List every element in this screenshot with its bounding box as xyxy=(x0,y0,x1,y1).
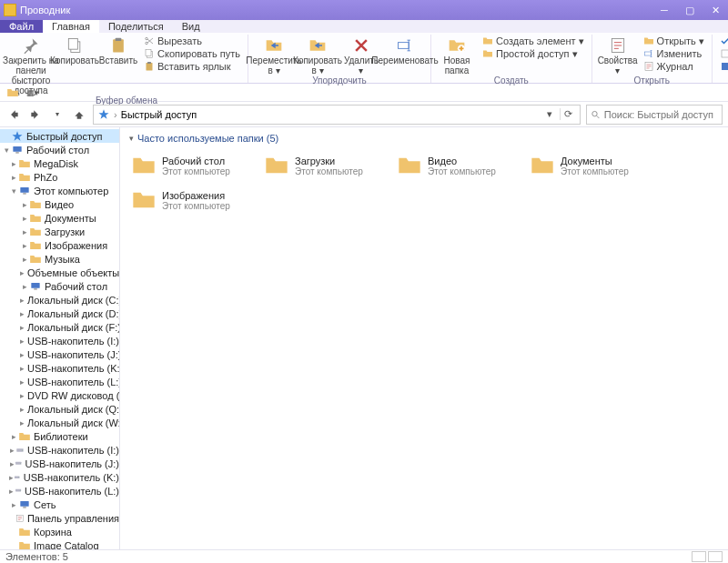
tree-item[interactable]: Панель управления xyxy=(0,511,119,525)
new-folder-button[interactable]: Новая папка xyxy=(437,35,477,75)
recent-dropdown[interactable]: ▾ xyxy=(49,106,66,123)
new-item-button[interactable]: Создать элемент ▾ xyxy=(480,35,586,47)
expander-icon[interactable]: ▸ xyxy=(9,159,18,168)
search-input[interactable] xyxy=(604,109,718,120)
expander-icon[interactable]: ▸ xyxy=(20,364,25,373)
folder-tile[interactable]: ИзображенияЭтот компьютер xyxy=(129,184,255,216)
folder-tile[interactable]: ДокументыЭтот компьютер xyxy=(528,149,653,182)
tree-item[interactable]: ▸USB-накопитель (J:) xyxy=(0,457,119,470)
qat-view-dropdown[interactable]: ▦▾ xyxy=(25,85,40,100)
tree-item[interactable]: ▸Видео xyxy=(0,197,119,211)
select-all-button[interactable]: Выделить все xyxy=(718,35,728,47)
tree-item[interactable]: ▸USB-накопитель (J:) xyxy=(0,347,119,361)
expander-icon[interactable]: ▸ xyxy=(20,405,25,414)
folder-tile[interactable]: ВидеоЭтот компьютер xyxy=(395,149,521,182)
invert-selection-button[interactable]: Обратить выделение xyxy=(718,60,728,73)
breadcrumb[interactable]: Быстрый доступ xyxy=(121,109,197,120)
tree-item[interactable]: ▸USB-накопитель (I:) xyxy=(0,334,119,347)
tree-item[interactable]: ▸Изображения xyxy=(0,238,119,252)
tree-item[interactable]: ▸USB-накопитель (I:) xyxy=(0,443,119,457)
tree-item[interactable]: ▸MegaDisk xyxy=(0,156,119,170)
expander-icon[interactable]: ▸ xyxy=(20,241,29,250)
expander-icon[interactable]: ▸ xyxy=(20,214,29,223)
maximize-button[interactable]: ▢ xyxy=(677,0,703,20)
close-button[interactable]: ✕ xyxy=(703,0,728,20)
paste-button[interactable]: Вставить xyxy=(98,35,138,65)
tree-item[interactable]: ▸Загрузки xyxy=(0,225,119,238)
refresh-button[interactable]: ⟳ xyxy=(560,108,576,120)
address-dropdown[interactable]: ▾ xyxy=(543,108,556,120)
properties-button[interactable]: Свойства ▾ xyxy=(598,35,638,75)
tree-item[interactable]: Быстрый доступ xyxy=(0,129,119,143)
copy-path-button[interactable]: Скопировать путь xyxy=(142,47,242,60)
folder-tile[interactable]: ЗагрузкиЭтот компьютер xyxy=(262,149,388,182)
tree-item[interactable]: ▸Локальный диск (W:) xyxy=(0,416,119,429)
expander-icon[interactable]: ▸ xyxy=(20,282,29,291)
rename-button[interactable]: Переименовать xyxy=(385,35,425,65)
search-box[interactable] xyxy=(586,105,723,125)
select-none-button[interactable]: Снять выделение xyxy=(718,47,728,60)
tree-item[interactable]: Корзина xyxy=(0,525,119,538)
expander-icon[interactable]: ▾ xyxy=(9,186,18,196)
tree-item[interactable]: ▸Библиотеки xyxy=(0,429,119,443)
expander-icon[interactable]: ▸ xyxy=(20,418,25,427)
easy-access-button[interactable]: Простой доступ ▾ xyxy=(480,47,586,60)
expander-icon[interactable]: ▸ xyxy=(20,255,29,264)
minimize-button[interactable]: ─ xyxy=(652,0,677,20)
nav-tree[interactable]: Быстрый доступ▾Рабочий стол▸MegaDisk▸PhZ… xyxy=(0,127,120,549)
tree-item[interactable]: ▾Рабочий стол xyxy=(0,143,119,156)
tree-item[interactable]: ▸PhZo xyxy=(0,170,119,184)
up-button[interactable] xyxy=(71,106,87,123)
open-button[interactable]: Открыть ▾ xyxy=(642,35,706,47)
tree-item[interactable]: ▸DVD RW дисковод (M:) xyxy=(0,388,119,402)
tab-share[interactable]: Поделиться xyxy=(99,20,173,33)
expander-icon[interactable]: ▸ xyxy=(20,350,25,359)
expander-icon[interactable]: ▸ xyxy=(20,377,25,387)
section-header[interactable]: ▾ Часто используемые папки (5) xyxy=(129,133,719,144)
tree-item[interactable]: ▸Документы xyxy=(0,211,119,225)
edit-button[interactable]: Изменить xyxy=(642,47,706,60)
tree-item[interactable]: ▸USB-накопитель (K:) xyxy=(0,470,119,484)
tab-view[interactable]: Вид xyxy=(173,20,209,33)
tree-item[interactable]: ▸Рабочий стол xyxy=(0,279,119,293)
tree-item[interactable]: ▾Этот компьютер xyxy=(0,184,119,197)
tree-item[interactable]: ▸USB-накопитель (L:) xyxy=(0,484,119,498)
qat-folder-icon[interactable] xyxy=(5,85,20,100)
expander-icon[interactable]: ▸ xyxy=(20,227,29,236)
copy-button[interactable]: Копировать xyxy=(55,35,95,65)
expander-icon[interactable]: ▸ xyxy=(20,309,25,318)
tree-item[interactable]: ▸Музыка xyxy=(0,252,119,266)
tree-item[interactable]: Image Catalog xyxy=(0,538,119,549)
address-bar[interactable]: › Быстрый доступ ▾ ⟳ xyxy=(93,105,581,125)
tree-item[interactable]: ▸Локальный диск (Q:) xyxy=(0,402,119,416)
move-to-button[interactable]: Переместить в ▾ xyxy=(254,35,294,75)
expander-icon[interactable]: ▸ xyxy=(9,173,18,182)
tab-file[interactable]: Файл xyxy=(0,20,43,33)
tree-item[interactable]: ▸USB-накопитель (L:) xyxy=(0,375,119,388)
expander-icon[interactable]: ▸ xyxy=(20,391,25,400)
back-button[interactable] xyxy=(5,106,22,123)
cut-button[interactable]: Вырезать xyxy=(142,35,242,47)
view-icons-button[interactable] xyxy=(708,551,723,562)
tree-item[interactable]: ▸Локальный диск (D:) xyxy=(0,307,119,320)
view-details-button[interactable] xyxy=(692,551,706,562)
expander-icon[interactable]: ▸ xyxy=(20,296,25,305)
forward-button[interactable] xyxy=(27,106,44,123)
expander-icon[interactable]: ▸ xyxy=(20,268,25,277)
expander-icon[interactable]: ▸ xyxy=(9,500,18,509)
expander-icon[interactable]: ▸ xyxy=(9,432,18,441)
expander-icon[interactable]: ▸ xyxy=(20,323,25,332)
tree-item[interactable]: ▸Локальный диск (F:) xyxy=(0,320,119,334)
tree-item[interactable]: ▸Сеть xyxy=(0,498,119,511)
copy-to-button[interactable]: Копировать в ▾ xyxy=(298,35,338,75)
history-button[interactable]: Журнал xyxy=(642,60,706,73)
tree-item[interactable]: ▸Локальный диск (C:) xyxy=(0,293,119,307)
folder-tile[interactable]: Рабочий столЭтот компьютер xyxy=(129,149,255,182)
paste-shortcut-button[interactable]: Вставить ярлык xyxy=(142,60,242,73)
tree-item[interactable]: ▸Объемные объекты xyxy=(0,266,119,279)
tab-home[interactable]: Главная xyxy=(43,20,99,33)
expander-icon[interactable]: ▸ xyxy=(20,200,29,209)
tree-item[interactable]: ▸USB-накопитель (K:) xyxy=(0,361,119,375)
expander-icon[interactable]: ▸ xyxy=(9,446,15,455)
content-pane[interactable]: ▾ Часто используемые папки (5) Рабочий с… xyxy=(120,127,728,549)
